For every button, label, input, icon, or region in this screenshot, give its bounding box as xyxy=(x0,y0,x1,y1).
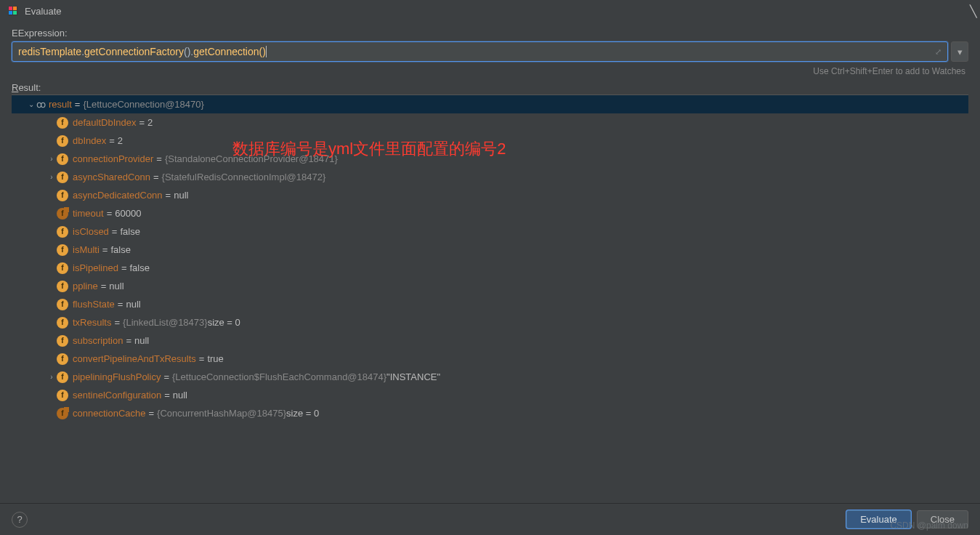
field-name: pipeliningFlushPolicy xyxy=(73,371,161,382)
field-row[interactable]: fdefaultDbIndex = 2 xyxy=(12,113,968,132)
field-name: timeout xyxy=(73,208,104,219)
chevron-down-icon[interactable]: ⌄ xyxy=(26,100,36,108)
svg-rect-4 xyxy=(13,11,17,15)
field-value: {LettuceConnection@18470} xyxy=(83,99,203,110)
field-row[interactable]: fconnectionCache = {ConcurrentHashMap@18… xyxy=(12,404,968,422)
equals: = xyxy=(196,353,208,364)
field-name: isPipelined xyxy=(73,262,118,273)
field-value: null xyxy=(174,190,188,201)
field-name: subscription xyxy=(73,335,123,346)
field-value: null xyxy=(134,335,149,346)
chevron-right-icon[interactable]: › xyxy=(46,173,57,181)
svg-rect-2 xyxy=(13,7,17,10)
field-row[interactable]: fsentinelConfiguration = null xyxy=(12,386,968,404)
equals: = xyxy=(98,281,110,291)
result-root-row[interactable]: ⌄ ꝏ result = {LettuceConnection@18470} xyxy=(12,95,968,113)
field-row[interactable]: fconvertPipelineAndTxResults = true xyxy=(12,350,968,368)
equals: = xyxy=(106,135,118,146)
field-icon: f xyxy=(57,335,68,347)
expr-ident: redisTemplate xyxy=(18,46,81,57)
field-value: size = 0 xyxy=(208,317,240,328)
field-icon: f xyxy=(57,172,68,183)
field-name: ppline xyxy=(73,281,98,291)
titlebar: Evaluate ╲ xyxy=(0,0,980,22)
chevron-right-icon[interactable]: › xyxy=(46,373,57,381)
field-icon: f xyxy=(57,353,68,365)
field-icon: f xyxy=(57,244,68,256)
field-value: null xyxy=(126,299,140,310)
field-row[interactable]: fisMulti = false xyxy=(12,241,968,259)
field-value: 60000 xyxy=(115,208,141,219)
equals: = xyxy=(150,172,162,182)
field-name: flushState xyxy=(73,299,115,310)
field-icon: f xyxy=(57,262,68,274)
field-value: false xyxy=(120,226,139,237)
text-cursor xyxy=(266,46,267,57)
field-name: isMulti xyxy=(73,244,100,255)
equals: = xyxy=(115,299,126,310)
expression-label: EExpression: xyxy=(12,28,968,39)
equals: = xyxy=(118,262,130,273)
help-button[interactable]: ? xyxy=(12,512,28,528)
field-icon: f xyxy=(57,281,68,292)
field-value-ref: {LettuceConnection$FlushEachCommand@1847… xyxy=(172,371,386,382)
field-row[interactable]: fflushState = null xyxy=(12,295,968,313)
field-row[interactable]: ftimeout = 60000 xyxy=(12,204,968,222)
field-row[interactable]: fsubscription = null xyxy=(12,331,968,350)
svg-rect-1 xyxy=(9,7,12,10)
field-row[interactable]: fisPipelined = false xyxy=(12,259,968,277)
field-value-ref: {LinkedList@18473} xyxy=(123,317,208,328)
field-icon: f xyxy=(57,390,68,401)
expression-input[interactable]: redisTemplate.getConnectionFactory().get… xyxy=(12,41,948,62)
field-value: false xyxy=(129,262,149,273)
equals: = xyxy=(72,99,84,110)
field-value: 2 xyxy=(118,135,123,146)
field-icon: f xyxy=(57,117,68,129)
equals: = xyxy=(123,335,134,346)
field-value: null xyxy=(173,390,187,401)
hint-text: Use Ctrl+Shift+Enter to add to Watches xyxy=(12,66,968,76)
field-row[interactable]: ftxResults = {LinkedList@18473} size = 0 xyxy=(12,313,968,331)
field-name: dbIndex xyxy=(73,135,106,146)
field-value: false xyxy=(110,244,130,255)
field-icon: f xyxy=(57,299,68,310)
expr-ident: getConnection xyxy=(193,46,259,57)
field-name: connectionProvider xyxy=(73,153,153,164)
field-name: asyncDedicatedConn xyxy=(73,190,163,201)
equals: = xyxy=(153,153,165,164)
field-row[interactable]: fppline = null xyxy=(12,277,968,295)
equals: = xyxy=(163,190,174,201)
field-name: asyncSharedConn xyxy=(73,172,150,182)
field-name: defaultDbIndex xyxy=(73,117,136,128)
field-icon: f xyxy=(57,317,68,329)
field-row[interactable]: ›fpipeliningFlushPolicy = {LettuceConnec… xyxy=(12,368,968,386)
field-value: null xyxy=(109,281,123,291)
equals: = xyxy=(136,117,147,128)
field-icon: f xyxy=(57,135,68,147)
field-value: 2 xyxy=(147,117,153,128)
equals: = xyxy=(100,244,111,255)
field-value-ref: {ConcurrentHashMap@18475} xyxy=(157,408,286,419)
equals: = xyxy=(111,317,123,328)
expand-editor-icon[interactable]: ⤢ xyxy=(935,47,941,57)
window-title: Evaluate xyxy=(25,6,62,17)
chevron-right-icon[interactable]: › xyxy=(46,155,57,163)
expr-ident: getConnectionFactory xyxy=(84,46,184,57)
field-row[interactable]: ›fasyncSharedConn = {StatefulRedisConnec… xyxy=(12,168,968,186)
field-row[interactable]: fasyncDedicatedConn = null xyxy=(12,186,968,204)
field-name: connectionCache xyxy=(73,408,145,419)
history-dropdown-button[interactable]: ▾ xyxy=(951,41,968,62)
field-row[interactable]: fisClosed = false xyxy=(12,222,968,241)
equals: = xyxy=(104,208,116,219)
equals: = xyxy=(161,390,173,401)
svg-rect-3 xyxy=(9,11,12,15)
field-value: "INSTANCE" xyxy=(386,371,440,382)
field-icon: f xyxy=(57,226,68,238)
app-icon xyxy=(7,5,19,17)
equals: = xyxy=(109,226,121,237)
expr-parens: () xyxy=(184,46,190,57)
close-icon[interactable]: ╲ xyxy=(970,4,977,18)
field-name: result xyxy=(49,99,72,110)
field-name: convertPipelineAndTxResults xyxy=(73,353,196,364)
field-icon: f xyxy=(57,408,68,419)
